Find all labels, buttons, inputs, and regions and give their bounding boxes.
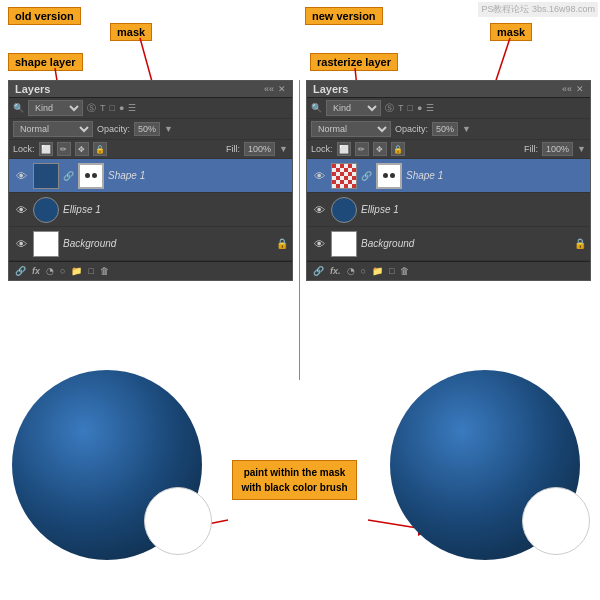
right-panel-title: Layers	[313, 83, 348, 95]
old-version-label: old version	[8, 6, 81, 24]
left-footer-fx[interactable]: fx	[32, 266, 40, 276]
left-eye-bg[interactable]: 👁	[13, 236, 29, 252]
left-panel-title: Layers	[15, 83, 50, 95]
left-layer-background[interactable]: 👁 Background 🔒	[9, 227, 292, 261]
right-panel-footer: 🔗 fx. ◔ ○ 📁 □ 🗑	[307, 261, 590, 280]
left-footer-delete[interactable]: 🗑	[100, 266, 109, 276]
left-layer1-name: Shape 1	[108, 170, 145, 181]
right-layer1-name: Shape 1	[406, 170, 443, 181]
new-version-label: new version	[305, 6, 383, 24]
left-bg-lock-icon: 🔒	[276, 238, 288, 249]
right-blend-row: Normal Opacity: 50% ▼	[307, 119, 590, 140]
left-mask1-thumb	[78, 163, 104, 189]
left-kind-select[interactable]: Kind	[28, 100, 83, 116]
left-layer3-name: Background	[63, 238, 272, 249]
right-bg-thumb	[331, 231, 357, 257]
left-blend-row: Normal Opacity: 50% ▼	[9, 119, 292, 140]
left-blend-select[interactable]: Normal	[13, 121, 93, 137]
paint-label: paint within the mask with black color b…	[232, 460, 357, 500]
right-layer-shape1[interactable]: 👁 🔗 Shape 1	[307, 159, 590, 193]
right-footer-folder[interactable]: 📁	[372, 266, 383, 276]
right-layer-ellipse1[interactable]: 👁 Ellipse 1	[307, 193, 590, 227]
left-panel-titlebar: Layers «« ✕	[9, 81, 292, 98]
right-panel-controls: «« ✕	[562, 84, 584, 94]
left-footer-adj[interactable]: ○	[60, 266, 65, 276]
right-layers-panel: Layers «« ✕ 🔍 Kind Ⓢ T □ ● ☰ Normal Opac…	[306, 80, 591, 281]
left-footer-link[interactable]: 🔗	[15, 266, 26, 276]
right-layer2-name: Ellipse 1	[361, 204, 399, 215]
right-mask-label: mask	[490, 22, 532, 40]
left-layer2-name: Ellipse 1	[63, 204, 101, 215]
right-circle-container	[390, 370, 580, 560]
left-bg-thumb	[33, 231, 59, 257]
left-footer-mask[interactable]: ◔	[46, 266, 54, 276]
left-small-cutout	[144, 487, 212, 555]
right-opacity-val[interactable]: 50%	[432, 122, 458, 136]
right-footer-link[interactable]: 🔗	[313, 266, 324, 276]
right-shape1-raster-thumb	[331, 163, 357, 189]
right-bg-lock-icon: 🔒	[574, 238, 586, 249]
right-kind-row: 🔍 Kind Ⓢ T □ ● ☰	[307, 98, 590, 119]
right-layer3-name: Background	[361, 238, 570, 249]
right-footer-adj[interactable]: ○	[361, 266, 366, 276]
right-small-cutout	[522, 487, 590, 555]
right-eye-bg[interactable]: 👁	[311, 236, 327, 252]
left-shape1-thumb	[33, 163, 59, 189]
watermark: PS教程论坛 3bs.16w98.com	[478, 2, 598, 17]
center-divider	[299, 80, 300, 380]
right-footer-new[interactable]: □	[389, 266, 394, 276]
left-opacity-val[interactable]: 50%	[134, 122, 160, 136]
right-eye-shape1[interactable]: 👁	[311, 168, 327, 184]
right-footer-mask[interactable]: ◔	[347, 266, 355, 276]
left-layer-shape1[interactable]: 👁 🔗 Shape 1	[9, 159, 292, 193]
left-footer-new[interactable]: □	[88, 266, 93, 276]
right-lock-row: Lock: ⬜ ✏ ✥ 🔒 Fill: 100% ▼	[307, 140, 590, 159]
left-lock-row: Lock: ⬜ ✏ ✥ 🔒 Fill: 100% ▼	[9, 140, 292, 159]
right-eye-ellipse1[interactable]: 👁	[311, 202, 327, 218]
left-panel-footer: 🔗 fx ◔ ○ 📁 □ 🗑	[9, 261, 292, 280]
left-footer-folder[interactable]: 📁	[71, 266, 82, 276]
right-kind-select[interactable]: Kind	[326, 100, 381, 116]
left-fill-val[interactable]: 100%	[244, 142, 275, 156]
left-eye-shape1[interactable]: 👁	[13, 168, 29, 184]
left-mask-label: mask	[110, 22, 152, 40]
left-ellipse1-thumb	[33, 197, 59, 223]
right-fill-val[interactable]: 100%	[542, 142, 573, 156]
left-circle-container	[12, 370, 202, 560]
shape-layer-label: shape layer	[8, 52, 83, 70]
right-ellipse1-thumb	[331, 197, 357, 223]
right-footer-fx[interactable]: fx.	[330, 266, 341, 276]
rasterize-layer-label: rasterize layer	[310, 52, 398, 70]
left-panel-controls: «« ✕	[264, 84, 286, 94]
right-mask1-thumb	[376, 163, 402, 189]
right-footer-delete[interactable]: 🗑	[400, 266, 409, 276]
left-kind-row: 🔍 Kind Ⓢ T □ ● ☰	[9, 98, 292, 119]
left-eye-ellipse1[interactable]: 👁	[13, 202, 29, 218]
right-layer-background[interactable]: 👁 Background 🔒	[307, 227, 590, 261]
left-layers-panel: Layers «« ✕ 🔍 Kind Ⓢ T □ ● ☰ Normal Opac…	[8, 80, 293, 281]
right-blend-select[interactable]: Normal	[311, 121, 391, 137]
right-panel-titlebar: Layers «« ✕	[307, 81, 590, 98]
left-layer-ellipse1[interactable]: 👁 Ellipse 1	[9, 193, 292, 227]
